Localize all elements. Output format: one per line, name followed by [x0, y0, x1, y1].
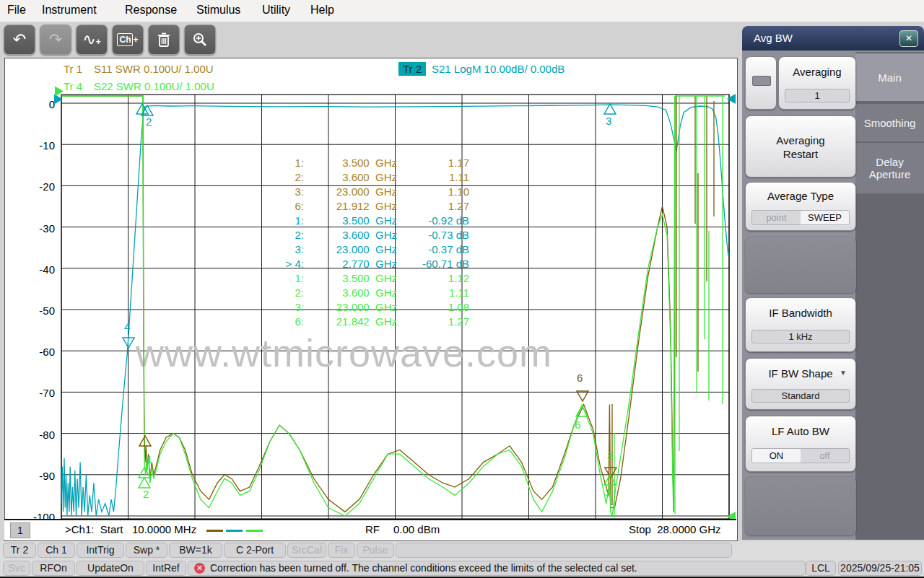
magnifier-plus-icon	[192, 32, 208, 48]
error-icon: ✕	[194, 563, 205, 574]
y-axis-label-30: -30	[27, 222, 55, 235]
add-trace-icon: ∿+	[82, 30, 100, 49]
avg-bw-panel: Avg BW ✕ Main Smoothing Delay Aperture A…	[742, 26, 924, 540]
add-channel-button[interactable]: Ch+	[112, 25, 144, 55]
average-type-sweep[interactable]: SWEEP	[801, 211, 849, 224]
trace1-legend-dash	[206, 530, 223, 532]
trace4-legend-dash	[246, 530, 263, 532]
status-rfon[interactable]: RFOn	[32, 561, 75, 576]
menu-file[interactable]: File	[7, 4, 26, 17]
if-bandwidth-label: IF Bandwidth	[746, 307, 855, 319]
y-axis-label-10: -10	[27, 139, 55, 152]
averaging-button[interactable]: Averaging 1	[778, 56, 856, 110]
if-bw-shape-value[interactable]: Standard	[751, 389, 850, 403]
status-pulse[interactable]: Pulse	[357, 543, 394, 558]
panel-title: Avg BW	[754, 32, 793, 44]
vna-application-window: File Instrument Response Stimulus Utilit…	[0, 0, 924, 578]
channel-start-info: >Ch1: Start 10.0000 MHz	[65, 523, 196, 535]
trace2-id-selected[interactable]: Tr 2	[398, 62, 426, 76]
averaging-value[interactable]: 1	[785, 89, 850, 102]
marker-readout-row: 2:3.600 GHz-0.73 dB	[268, 229, 484, 241]
undo-button[interactable]: ↶	[4, 25, 35, 55]
status-spare	[396, 543, 732, 558]
status-updateon[interactable]: UpdateOn	[77, 561, 144, 576]
status-fix[interactable]: Fix	[328, 543, 355, 558]
if-bw-shape-button[interactable]: IF BW Shape ▼ Standard	[745, 358, 856, 410]
redo-button[interactable]: ↷	[40, 25, 71, 55]
delete-trace-button[interactable]	[148, 25, 180, 55]
y-axis-label-70: -70	[27, 387, 55, 399]
panel-tab-column: Main Smoothing Delay Aperture	[855, 52, 924, 540]
if-bandwidth-button[interactable]: IF Bandwidth 1 kHz	[745, 297, 856, 352]
y-axis-label-20: -20	[27, 180, 55, 193]
marker-readout-row-active: > 4:2.770 GHz-60.71 dB	[268, 258, 484, 270]
trace4-id[interactable]: Tr 4	[64, 80, 82, 92]
status-error-message: ✕ Correction has been turned off. The ch…	[188, 561, 806, 576]
softkey-blank-2	[745, 476, 856, 535]
tab-main[interactable]: Main	[855, 53, 924, 101]
softkey-blank-1	[745, 237, 856, 293]
status-timestamp: 2025/09/25-21:05	[838, 561, 922, 576]
close-icon[interactable]: ✕	[899, 30, 918, 47]
trace1-id[interactable]: Tr 1	[64, 63, 82, 75]
lf-auto-bw-on[interactable]: ON	[752, 449, 801, 463]
y-axis-label-50: -50	[27, 305, 55, 317]
average-type-button[interactable]: Average Type point SWEEP	[745, 182, 856, 231]
if-bandwidth-value[interactable]: 1 kHz	[751, 330, 850, 343]
averaging-label: Averaging	[779, 66, 855, 78]
status-sweep[interactable]: Swp *	[126, 543, 167, 558]
average-type-segment[interactable]: point SWEEP	[751, 210, 850, 225]
marker-readout-row: 3:23.000 GHz-0.37 dB	[268, 243, 484, 255]
marker-readout-row: 2:3.600 GHz1.11	[268, 286, 484, 299]
menu-response[interactable]: Response	[125, 4, 177, 17]
menu-utility[interactable]: Utility	[262, 4, 290, 17]
lf-auto-bw-button[interactable]: LF Auto BW ON off	[745, 416, 856, 472]
marker-readout-row: 3:23.000 GHz1.08	[268, 301, 484, 313]
status-trigger[interactable]: IntTrig	[77, 543, 124, 558]
y-axis-label-60: -60	[27, 346, 55, 358]
status-ifbw[interactable]: BW=1k	[169, 543, 222, 558]
status-svc[interactable]: Svc	[3, 561, 30, 576]
trash-icon	[157, 32, 171, 48]
status-cal[interactable]: C 2-Port	[224, 543, 286, 558]
status-bar-2: Svc RFOn UpdateOn IntRef ✕ Correction ha…	[0, 559, 924, 577]
lf-auto-bw-off[interactable]: off	[801, 449, 849, 463]
rf-value: 0.00 dBm	[393, 523, 440, 535]
undo-icon: ↶	[13, 30, 26, 49]
y-axis-label-0: 0	[27, 98, 55, 110]
menu-instrument[interactable]: Instrument	[42, 4, 97, 17]
marker-readout-row: 1:3.500 GHz1.12	[268, 272, 484, 284]
trace4-label: S22 SWR 0.100U/ 1.00U	[94, 80, 214, 92]
status-lcl[interactable]: LCL	[806, 561, 836, 576]
average-type-point[interactable]: point	[752, 211, 801, 224]
panel-title-bar[interactable]: Avg BW ✕	[742, 26, 924, 51]
status-srccal[interactable]: SrcCal	[287, 543, 326, 558]
add-trace-button[interactable]: ∿+	[76, 25, 108, 55]
zoom-button[interactable]	[184, 25, 216, 55]
tab-smoothing[interactable]: Smoothing	[855, 104, 924, 141]
average-type-label: Average Type	[746, 190, 855, 202]
menu-stimulus[interactable]: Stimulus	[196, 4, 240, 17]
redo-icon: ↷	[49, 30, 62, 49]
averaging-restart-label: Averaging Restart	[761, 133, 840, 161]
status-trace[interactable]: Tr 2	[3, 543, 36, 558]
add-channel-icon: Ch	[117, 33, 133, 46]
status-channel[interactable]: Ch 1	[38, 543, 75, 558]
menu-bar: File Instrument Response Stimulus Utilit…	[0, 0, 924, 22]
channel-badge[interactable]: 1	[10, 522, 30, 538]
marker-readout-row: 1:3.500 GHz-0.92 dB	[268, 214, 484, 227]
tab-delay-aperture[interactable]: Delay Aperture	[855, 143, 924, 193]
averaging-restart-button[interactable]: Averaging Restart	[745, 115, 856, 178]
averaging-led-indicator	[752, 76, 771, 86]
status-bar-1: Tr 2 Ch 1 IntTrig Swp * BW=1k C 2-Port S…	[0, 541, 924, 559]
averaging-toggle-button[interactable]	[745, 56, 777, 110]
y-axis-label-90: -90	[27, 470, 55, 482]
panel-body: Main Smoothing Delay Aperture Averaging …	[742, 51, 924, 540]
stop-frequency: Stop 28.0000 GHz	[629, 523, 721, 535]
lf-auto-bw-segment[interactable]: ON off	[751, 448, 850, 463]
menu-help[interactable]: Help	[310, 4, 334, 17]
channel-footer: 1 >Ch1: Start 10.0000 MHz RF 0.00 dBm St…	[4, 519, 736, 540]
chevron-down-icon: ▼	[840, 369, 847, 377]
status-intref[interactable]: IntRef	[146, 561, 186, 576]
trace1-label: S11 SWR 0.100U/ 1.00U	[94, 63, 214, 75]
